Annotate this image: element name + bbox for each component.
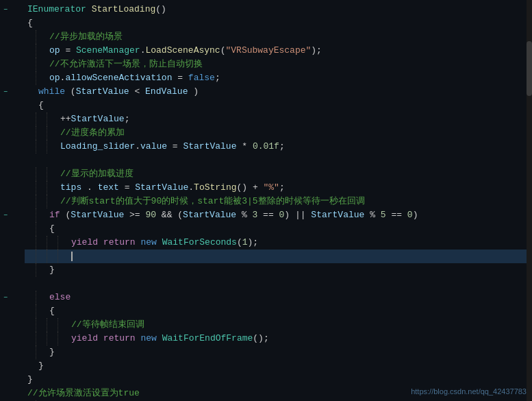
fold-icon[interactable]	[0, 44, 11, 58]
fold-icon[interactable]: −	[0, 291, 11, 304]
code-token: else	[49, 291, 71, 304]
table-row: //显示的加载进度	[0, 167, 532, 181]
watermark: https://blog.csdn.net/qq_42437783	[411, 387, 527, 396]
code-token: "%"	[264, 181, 279, 195]
code-token: ;	[279, 140, 285, 154]
code-token: =	[172, 71, 188, 85]
indent-guides	[25, 263, 47, 277]
table-row	[0, 277, 532, 291]
code-content: ++StartValue;	[58, 112, 129, 126]
code-content: Loading_slider.value = StartValue * 0.01…	[58, 140, 285, 154]
fold-icon[interactable]	[0, 71, 11, 85]
code-token: .	[60, 71, 66, 85]
fold-icon[interactable]	[0, 222, 11, 236]
fold-icon[interactable]	[0, 126, 11, 140]
code-token	[136, 332, 141, 345]
code-token: //允许场景激活设置为true	[27, 387, 140, 400]
code-token: 1	[242, 236, 248, 250]
fold-icon[interactable]	[0, 16, 11, 30]
code-token: StartValue	[183, 208, 236, 222]
gutter	[0, 387, 25, 400]
code-token: //不允许激活下一场景，防止自动切换	[49, 58, 203, 71]
gutter	[0, 126, 25, 140]
code-content: //允许场景激活设置为true	[25, 387, 140, 400]
indent-guides	[25, 167, 58, 181]
code-token: //显示的加载进度	[60, 167, 134, 181]
indent-guides	[25, 291, 47, 304]
fold-icon[interactable]	[0, 112, 11, 126]
fold-icon[interactable]	[0, 304, 11, 318]
code-token: }	[49, 263, 55, 277]
code-token: "VRSubwayEscape"	[225, 44, 311, 58]
fold-icon[interactable]	[0, 58, 11, 71]
code-content: //显示的加载进度	[58, 167, 134, 181]
table-row: −if (StartValue >= 90 && (StartValue % 3…	[0, 208, 532, 222]
fold-icon[interactable]	[0, 318, 11, 332]
gutter	[0, 44, 25, 58]
fold-icon[interactable]	[0, 181, 11, 195]
code-token: //进度条的累加	[60, 126, 125, 140]
fold-icon[interactable]	[0, 140, 11, 154]
fold-icon[interactable]: −	[0, 208, 11, 222]
gutter	[0, 16, 25, 30]
code-token: {	[49, 222, 55, 236]
fold-icon[interactable]	[0, 195, 11, 208]
code-token: ) ||	[284, 208, 311, 222]
code-token: value	[140, 140, 167, 154]
fold-icon[interactable]	[0, 30, 11, 44]
code-token: (	[60, 208, 71, 222]
code-content: }	[36, 359, 44, 373]
fold-icon[interactable]	[0, 263, 11, 277]
table-row: //判断start的值大于90的时候，start能被3|5整除的时候等待一秒在回…	[0, 195, 532, 208]
code-content: IEnumerator StartLoading()	[25, 3, 166, 16]
fold-icon[interactable]	[0, 387, 11, 400]
fold-icon[interactable]	[0, 99, 11, 112]
code-token: false	[188, 71, 215, 85]
fold-icon[interactable]	[0, 359, 11, 373]
table-row: //进度条的累加	[0, 126, 532, 140]
scrollbar-thumb[interactable]	[527, 41, 532, 96]
gutter	[0, 250, 25, 263]
indent-guides	[25, 181, 58, 195]
fold-icon[interactable]	[0, 154, 11, 167]
code-token: LoadSceneAsync	[145, 44, 220, 58]
indent-guides	[25, 30, 47, 44]
code-token: }	[38, 359, 44, 373]
table-row: }	[0, 359, 532, 373]
fold-icon[interactable]	[0, 167, 11, 181]
code-token: op	[49, 44, 60, 58]
fold-icon[interactable]	[0, 332, 11, 345]
vertical-scrollbar[interactable]	[527, 0, 532, 401]
code-token: ;	[215, 71, 220, 85]
gutter	[0, 30, 25, 44]
code-token: (	[220, 44, 226, 58]
indent-guides	[25, 208, 47, 222]
code-token: 90	[145, 208, 156, 222]
indent-guides	[25, 71, 47, 85]
code-token: text	[98, 181, 119, 195]
fold-icon[interactable]: −	[0, 3, 11, 16]
code-content: op = SceneManager.LoadSceneAsync("VRSubw…	[47, 44, 322, 58]
code-token: WaitForEndOfFrame	[162, 332, 253, 345]
code-token	[136, 236, 141, 250]
code-token: ==	[386, 208, 407, 222]
fold-icon[interactable]	[0, 345, 11, 359]
code-content: {	[47, 304, 55, 318]
code-token: )	[413, 208, 418, 222]
code-content: //不允许激活下一场景，防止自动切换	[47, 58, 203, 71]
code-token: ==	[257, 208, 279, 222]
code-token: (	[237, 236, 242, 250]
gutter	[0, 373, 25, 387]
indent-guides	[25, 304, 47, 318]
fold-icon[interactable]	[0, 277, 11, 291]
code-token: 0.01f	[253, 140, 279, 154]
fold-icon[interactable]: −	[0, 85, 11, 99]
code-token: );	[311, 44, 322, 58]
fold-icon[interactable]	[0, 250, 11, 263]
gutter	[0, 359, 25, 373]
fold-icon[interactable]	[0, 373, 11, 387]
code-token: //异步加载的场景	[49, 30, 123, 44]
fold-icon[interactable]	[0, 236, 11, 250]
code-content: yield return new WaitForSeconds(1);	[68, 236, 258, 250]
code-token: yield	[71, 236, 98, 250]
